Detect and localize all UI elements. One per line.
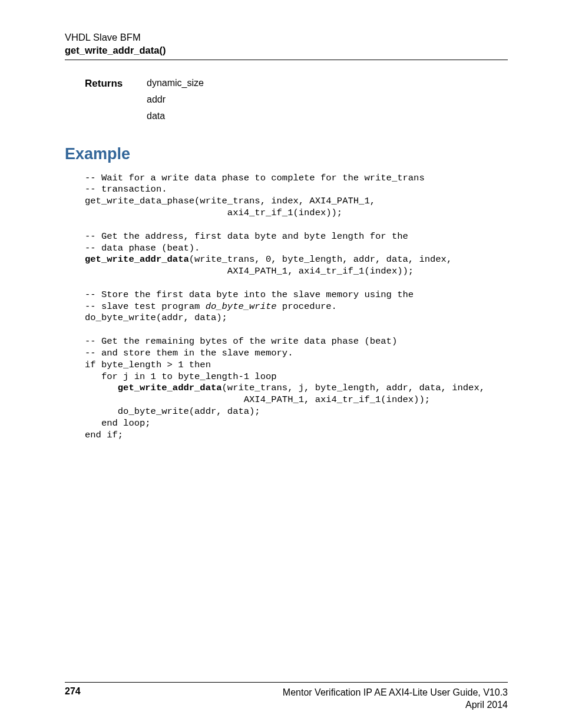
page-number: 274 xyxy=(65,686,81,711)
returns-section: Returns dynamic_size addr data xyxy=(85,78,508,127)
code-line: -- Get the address, first data byte and … xyxy=(85,231,508,243)
header-line2: get_write_addr_data() xyxy=(65,44,508,57)
code-line: do_byte_write(addr, data); xyxy=(85,406,508,418)
code-line: -- slave test program do_byte_write proc… xyxy=(85,301,508,313)
code-line: -- Get the remaining bytes of the write … xyxy=(85,336,508,348)
return-value: dynamic_size xyxy=(147,78,204,88)
code-line: end loop; xyxy=(85,418,508,430)
code-line: get_write_data_phase(write_trans, index,… xyxy=(85,196,508,207)
header-rule xyxy=(65,60,508,60)
code-line: -- Store the first data byte into the sl… xyxy=(85,289,508,301)
code-line: do_byte_write(addr, data); xyxy=(85,312,508,324)
code-line: AXI4_PATH_1, axi4_tr_if_1(index)); xyxy=(85,266,508,278)
footer-guide-title: Mentor Verification IP AE AXI4-Lite User… xyxy=(283,686,508,699)
returns-values: dynamic_size addr data xyxy=(147,78,204,127)
code-line: axi4_tr_if_1(index)); xyxy=(85,207,508,219)
code-line: for j in 1 to byte_length-1 loop xyxy=(85,371,508,383)
example-heading: Example xyxy=(65,145,508,163)
code-line: -- and store them in the slave memory. xyxy=(85,348,508,360)
header-line1: VHDL Slave BFM xyxy=(65,31,508,44)
page-container: VHDL Slave BFM get_write_addr_data() Ret… xyxy=(0,0,562,728)
code-line: get_write_addr_data(write_trans, j, byte… xyxy=(85,383,508,394)
code-line: AXI4_PATH_1, axi4_tr_if_1(index)); xyxy=(85,394,508,406)
page-header: VHDL Slave BFM get_write_addr_data() xyxy=(65,31,508,57)
code-line: end if; xyxy=(85,430,508,442)
code-line xyxy=(85,278,508,289)
code-line: -- Wait for a write data phase to comple… xyxy=(85,173,508,185)
footer-date: April 2014 xyxy=(283,699,508,711)
code-line: get_write_addr_data(write_trans, 0, byte… xyxy=(85,254,508,266)
code-line: if byte_length > 1 then xyxy=(85,360,508,371)
code-line xyxy=(85,219,508,231)
code-block: -- Wait for a write data phase to comple… xyxy=(85,173,508,442)
code-line: -- transaction. xyxy=(85,184,508,196)
footer-rule xyxy=(65,682,508,683)
code-line: -- data phase (beat). xyxy=(85,243,508,255)
footer-right: Mentor Verification IP AE AXI4-Lite User… xyxy=(283,686,508,711)
code-line xyxy=(85,324,508,336)
returns-label: Returns xyxy=(85,78,147,127)
return-value: data xyxy=(147,111,204,121)
page-footer: 274 Mentor Verification IP AE AXI4-Lite … xyxy=(65,682,508,711)
return-value: addr xyxy=(147,94,204,105)
